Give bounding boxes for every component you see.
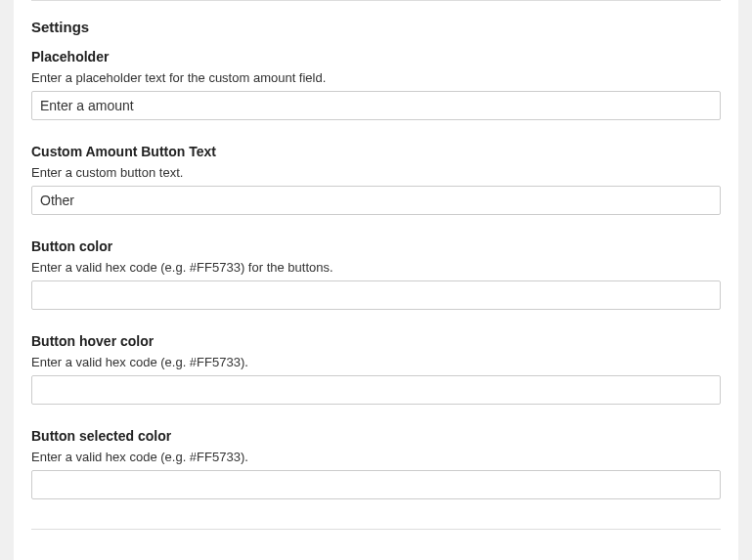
button-selected-color-input[interactable] [31,470,721,499]
custom-amount-button-text-description: Enter a custom button text. [31,165,721,180]
placeholder-input[interactable] [31,91,721,120]
placeholder-field-group: Placeholder Enter a placeholder text for… [31,49,721,120]
button-selected-color-label: Button selected color [31,428,721,444]
button-color-field-group: Button color Enter a valid hex code (e.g… [31,238,721,310]
custom-amount-button-text-label: Custom Amount Button Text [31,144,721,159]
button-hover-color-description: Enter a valid hex code (e.g. #FF5733). [31,355,721,369]
placeholder-label: Placeholder [31,49,721,65]
divider-top [31,0,721,1]
placeholder-description: Enter a placeholder text for the custom … [31,70,721,85]
button-color-input[interactable] [31,280,721,310]
button-hover-color-field-group: Button hover color Enter a valid hex cod… [31,333,721,405]
button-selected-color-field-group: Button selected color Enter a valid hex … [31,428,721,499]
custom-amount-button-text-input[interactable] [31,186,721,215]
settings-heading: Settings [31,19,721,35]
button-color-label: Button color [31,238,721,254]
divider-bottom [31,529,721,530]
button-color-description: Enter a valid hex code (e.g. #FF5733) fo… [31,260,721,275]
settings-panel: Settings Placeholder Enter a placeholder… [14,0,738,560]
button-hover-color-input[interactable] [31,375,721,405]
button-hover-color-label: Button hover color [31,333,721,349]
custom-amount-button-text-field-group: Custom Amount Button Text Enter a custom… [31,144,721,215]
button-selected-color-description: Enter a valid hex code (e.g. #FF5733). [31,450,721,464]
